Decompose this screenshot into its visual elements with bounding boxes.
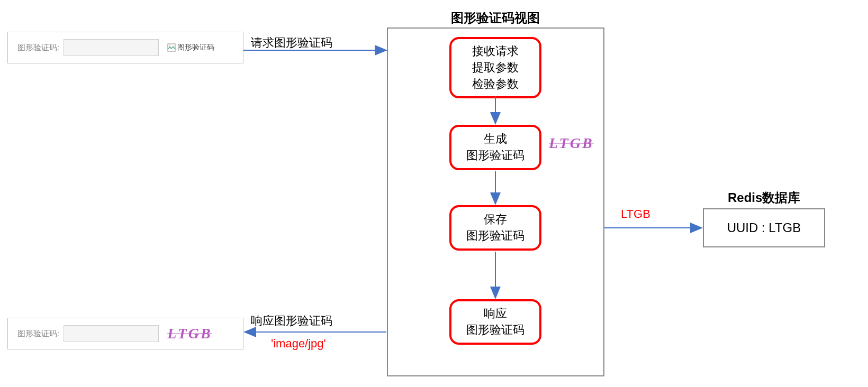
broken-image-alt: 图形验证码 [177,43,214,52]
captcha-label-top: 图形验证码: [17,43,59,53]
captcha-input-bottom[interactable] [64,325,159,342]
arrow-label-request: 请求图形验证码 [251,35,332,51]
step-line: 提取参数 [472,60,519,76]
form-panel-request: 图形验证码: 图形验证码 [7,32,243,63]
step-line: 保存 [484,211,507,228]
arrow-label-response: 响应图形验证码 [251,313,332,329]
main-title: 图形验证码视图 [451,10,540,26]
step-line: 响应 [484,306,507,322]
broken-image-icon: 图形验证码 [167,43,214,52]
step-line: 图形验证码 [466,148,525,164]
form-panel-response: 图形验证码: LTGB [7,318,243,349]
redis-content: UUID : LTGB [727,220,801,235]
captcha-sample-text: LTGB [549,135,594,152]
arrow-label-to-redis: LTGB [621,207,650,221]
step-line: 图形验证码 [466,322,525,338]
redis-box: UUID : LTGB [703,208,825,247]
captcha-input-top[interactable] [64,39,159,56]
captcha-label-bottom: 图形验证码: [17,329,59,339]
redis-title: Redis数据库 [728,189,800,206]
step-line: 生成 [484,131,507,148]
svg-point-1 [169,45,171,47]
step-save: 保存 图形验证码 [449,205,541,251]
step-line: 图形验证码 [466,228,525,244]
step-respond: 响应 图形验证码 [449,299,541,345]
step-receive: 接收请求 提取参数 检验参数 [449,37,541,98]
captcha-image-bottom: LTGB [167,325,212,342]
arrow-label-response-type: 'image/jpg' [271,337,326,351]
captcha-sample: LTGB [549,135,594,152]
step-generate: 生成 图形验证码 [449,125,541,170]
step-line: 接收请求 [472,43,519,60]
step-line: 检验参数 [472,76,519,93]
